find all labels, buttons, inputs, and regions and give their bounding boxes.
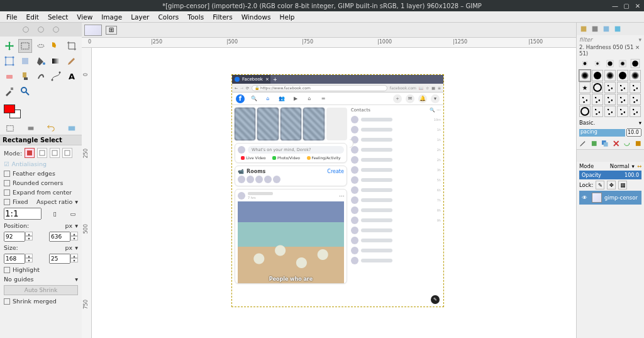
brush-preset[interactable]: [579, 94, 591, 105]
fb-friends-icon[interactable]: 👥: [277, 94, 286, 103]
rounded-checkbox[interactable]: [4, 180, 10, 186]
chevron-down-icon[interactable]: ▾: [75, 276, 78, 283]
brush-preset[interactable]: [592, 70, 603, 81]
contact-row[interactable]: 2h: [351, 155, 441, 165]
contact-row[interactable]: 1h: [351, 125, 441, 135]
image-tab[interactable]: [84, 25, 102, 36]
new-image-tab-button[interactable]: ⊞: [106, 26, 117, 35]
step-up-icon[interactable]: ▴: [70, 254, 78, 258]
ext2-icon[interactable]: ▦: [431, 86, 435, 90]
brush-preset[interactable]: [604, 106, 616, 117]
rectangle-select-tool[interactable]: [18, 39, 32, 53]
fb-menu-icon[interactable]: ≡: [319, 94, 328, 103]
step-down-icon[interactable]: ▾: [25, 236, 33, 240]
position-unit-dropdown[interactable]: px: [65, 222, 73, 229]
brush-preset-active[interactable]: [579, 70, 591, 81]
bucket-fill-tool[interactable]: [34, 54, 48, 68]
horizontal-ruler[interactable]: 0 |250 |500 |750 |1000 |1250 |1500: [82, 38, 576, 48]
color-picker-swatch[interactable]: [4, 104, 23, 118]
brush-preset[interactable]: [582, 61, 587, 65]
browser-tab[interactable]: Facebook ×: [232, 75, 270, 84]
mode-intersect[interactable]: [62, 148, 72, 158]
chevron-down-icon[interactable]: ▾: [632, 163, 635, 169]
rooms-create-link[interactable]: Create: [327, 169, 344, 174]
contact-row[interactable]: [351, 235, 441, 245]
edit-brush-icon[interactable]: [579, 140, 587, 147]
position-x-input[interactable]: [4, 232, 25, 242]
lock-pixels-icon[interactable]: ✎: [596, 181, 604, 189]
nav-fwd-icon[interactable]: →: [240, 86, 243, 90]
toolbox-brush2-tab-icon[interactable]: [36, 25, 45, 34]
warp-tool[interactable]: [18, 54, 32, 68]
crop-tool[interactable]: [65, 39, 79, 53]
avatar[interactable]: [273, 176, 280, 183]
brush-preset[interactable]: [630, 94, 641, 105]
brush-preset[interactable]: [630, 82, 641, 93]
layer-thumbnail[interactable]: [592, 193, 602, 203]
brush-preset[interactable]: [617, 94, 628, 105]
brush-preset[interactable]: [579, 82, 591, 93]
menu-colors[interactable]: Colors: [154, 12, 182, 22]
new-brush-icon[interactable]: [591, 140, 598, 147]
zoom-tool[interactable]: [18, 84, 32, 98]
brush-preset[interactable]: [604, 70, 616, 81]
contacts-more-icon[interactable]: ⋯: [436, 108, 441, 113]
close-icon[interactable]: ✕: [634, 3, 641, 9]
contact-row[interactable]: 7h: [351, 195, 441, 205]
fb-story[interactable]: [235, 108, 255, 140]
post-menu-icon[interactable]: ⋯: [339, 193, 344, 199]
mode-subtract[interactable]: [50, 148, 60, 158]
size-w-input[interactable]: [4, 254, 25, 264]
contact-row[interactable]: 8h: [351, 205, 441, 215]
menu-filters[interactable]: Filters: [209, 12, 236, 22]
eraser-tool[interactable]: [3, 69, 16, 83]
fb-story[interactable]: [257, 108, 278, 140]
vertical-ruler[interactable]: 0 250 500 750: [82, 48, 92, 338]
layer-row[interactable]: 👁 gimp-censor: [579, 191, 641, 205]
contact-row[interactable]: 3h: [351, 165, 441, 175]
chevron-down-icon[interactable]: ▾: [75, 244, 78, 251]
spacing-slider[interactable]: pacing: [579, 129, 625, 137]
brush-preset[interactable]: [604, 82, 616, 93]
step-down-icon[interactable]: ▾: [70, 258, 78, 262]
color-picker-tool[interactable]: [3, 84, 16, 98]
fb-account-icon[interactable]: ▾: [431, 94, 440, 103]
contact-row[interactable]: 19m: [351, 115, 441, 125]
fb-story[interactable]: [326, 108, 347, 140]
foreground-color-swatch[interactable]: [4, 104, 15, 113]
mode-replace[interactable]: [25, 148, 35, 158]
contact-row[interactable]: [351, 225, 441, 235]
facebook-logo-icon[interactable]: f: [236, 94, 245, 103]
brush-preset[interactable]: [630, 70, 641, 81]
undo-history-icon[interactable]: [47, 124, 55, 133]
menu-windows[interactable]: Windows: [238, 12, 275, 22]
feather-checkbox[interactable]: [4, 171, 10, 177]
text-tool[interactable]: A: [65, 69, 79, 83]
menu-tools[interactable]: Tools: [184, 12, 208, 22]
refresh-brushes-icon[interactable]: [623, 140, 631, 147]
fonts-tab-icon[interactable]: [602, 25, 611, 33]
menu-file[interactable]: File: [3, 12, 21, 22]
fb-notif-icon[interactable]: 🔔: [418, 94, 427, 103]
menu-view[interactable]: View: [73, 12, 96, 22]
brush-preset[interactable]: [630, 106, 641, 117]
brush-filter-input[interactable]: filter: [579, 37, 592, 43]
fb-story[interactable]: [280, 108, 301, 140]
photo-video-button[interactable]: Photo/Video: [272, 155, 300, 160]
step-down-icon[interactable]: ▾: [25, 258, 33, 262]
paths-tool[interactable]: [49, 69, 63, 83]
contact-row[interactable]: 5h: [351, 175, 441, 185]
brush-preset[interactable]: [631, 59, 640, 68]
avatar[interactable]: [238, 176, 245, 183]
chevron-down-icon[interactable]: ▾: [639, 120, 641, 126]
chevron-down-icon[interactable]: ▾: [638, 37, 641, 43]
step-up-icon[interactable]: ▴: [70, 232, 78, 236]
image-viewport[interactable]: Facebook × + ← → ⟳ 🔒 https://www.facebo: [92, 48, 576, 338]
minimize-icon[interactable]: —: [611, 3, 619, 9]
lock-position-icon[interactable]: ✥: [607, 181, 616, 189]
fixed-mode-dropdown[interactable]: Aspect ratio: [36, 198, 72, 205]
feeling-button[interactable]: Feeling/Activity: [307, 155, 341, 160]
step-up-icon[interactable]: ▴: [25, 232, 33, 236]
free-select-tool[interactable]: [34, 39, 48, 53]
contact-row[interactable]: [351, 245, 441, 256]
